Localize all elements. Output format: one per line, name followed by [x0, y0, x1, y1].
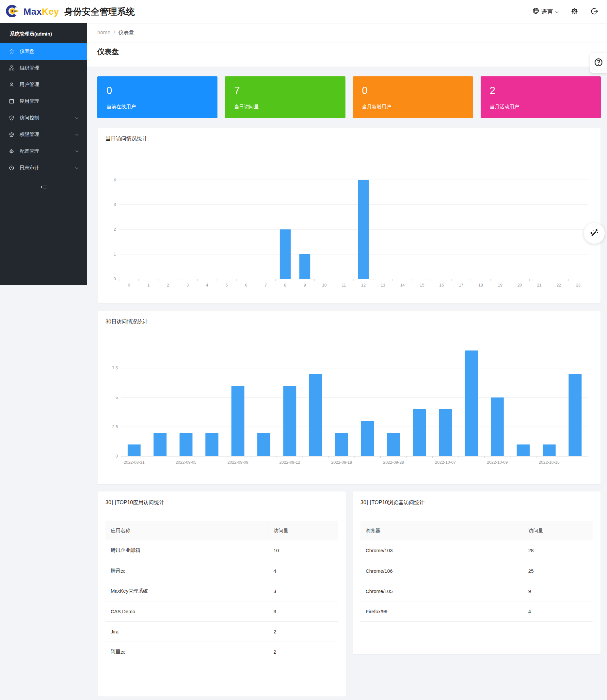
bar-chart-svg: 02.557.52022-08-312022-09-052022-09-0920… [105, 332, 593, 476]
table-row: Jira2 [105, 621, 338, 641]
stats-table: 浏览器访问量Chrome/10328Chrome/10625Chrome/105… [360, 521, 593, 622]
svg-text:2: 2 [113, 227, 116, 232]
svg-text:3: 3 [186, 283, 189, 287]
language-menu[interactable]: 语言 [532, 7, 559, 16]
table-cell-count: 10 [268, 541, 338, 561]
svg-text:5: 5 [116, 395, 118, 400]
table-cell-count: 28 [523, 541, 593, 561]
daily-visits-chart-card: 当日访问情况统计 0123401234567891011121314151617… [97, 127, 601, 304]
menu-fold-button[interactable] [0, 181, 87, 195]
svg-text:12: 12 [361, 283, 366, 287]
column-header: 访问量 [523, 521, 593, 541]
sidebar-item-label: 应用管理 [20, 98, 79, 105]
table-cell-count: 2 [268, 621, 338, 641]
monthly-visits-chart-card: 30日访问情况统计 02.557.52022-08-312022-09-0520… [97, 310, 601, 484]
language-label: 语言 [541, 8, 553, 16]
chart-title: 当日访问情况统计 [98, 128, 601, 149]
table-cell-name: Chrome/106 [360, 561, 523, 581]
table-row: CAS Demo3 [105, 601, 338, 621]
breadcrumb-home-link[interactable]: home [97, 30, 110, 36]
maxkey-logo-icon [5, 4, 20, 20]
monthly-visits-chart: 02.557.52022-08-312022-09-052022-09-0920… [98, 332, 601, 477]
chevron-down-icon [75, 167, 79, 169]
table-cell-name: CAS Demo [105, 601, 268, 621]
svg-text:4: 4 [113, 177, 116, 182]
chevron-down-icon [75, 117, 79, 119]
svg-text:2022-09-18: 2022-09-18 [331, 460, 352, 465]
sidebar-item-organization[interactable]: 组织管理 [0, 60, 87, 76]
svg-text:8: 8 [284, 283, 286, 287]
stat-value: 0 [106, 85, 217, 96]
table-row: 腾讯云4 [105, 561, 338, 581]
bar-chart-svg: 0123401234567891011121314151617181920212… [105, 149, 593, 300]
svg-text:4: 4 [206, 283, 208, 287]
stat-label: 当月活动用户 [490, 104, 601, 110]
svg-text:7: 7 [265, 283, 267, 287]
svg-text:18: 18 [478, 283, 483, 287]
app-title: 身份安全管理系统 [64, 6, 135, 18]
breadcrumb-current: 仪表盘 [118, 29, 134, 36]
sidebar-user-label: 系统管理员(admin) [0, 23, 87, 43]
svg-text:17: 17 [459, 283, 463, 287]
top10-apps-table: 应用名称访问量腾讯企业邮箱10腾讯云4MaxKey管理系统3CAS Demo3J… [98, 513, 346, 670]
chevron-down-icon [555, 8, 559, 15]
question-circle-icon [593, 58, 603, 68]
theme-wand-button[interactable] [584, 223, 605, 244]
tables-row: 30日TOP10应用访问统计 应用名称访问量腾讯企业邮箱10腾讯云4MaxKey… [97, 491, 601, 700]
column-header: 访问量 [268, 521, 338, 541]
svg-text:23: 23 [576, 283, 581, 287]
sidebar-item-permissions[interactable]: 权限管理 [0, 126, 87, 143]
menu-fold-icon [40, 183, 47, 192]
table-row: 阿里云2 [105, 641, 338, 662]
chart-title: 30日访问情况统计 [98, 311, 601, 332]
stats-row: 0当前在线用户7当日访问量0当月新增用户2当月活动用户 [97, 76, 601, 118]
table-cell-count: 4 [268, 561, 338, 581]
settings-button[interactable] [570, 7, 579, 16]
stat-value: 2 [490, 85, 601, 96]
stat-card-2: 0当月新增用户 [353, 76, 473, 118]
svg-text:0: 0 [128, 283, 130, 287]
svg-text:9: 9 [304, 283, 306, 287]
svg-text:6: 6 [245, 283, 247, 287]
svg-text:10: 10 [322, 283, 327, 287]
table-row: Chrome/10625 [360, 561, 593, 581]
table-cell-count: 2 [268, 641, 338, 662]
access-control-icon [8, 115, 15, 121]
daily-visits-chart: 0123401234567891011121314151617181920212… [98, 149, 601, 301]
svg-text:2022-08-31: 2022-08-31 [124, 460, 145, 465]
svg-text:0: 0 [116, 454, 118, 459]
svg-text:13: 13 [381, 283, 385, 287]
gear-icon [570, 7, 579, 16]
sidebar-item-access-control[interactable]: 访问控制 [0, 110, 87, 126]
svg-text:19: 19 [498, 283, 503, 287]
help-button[interactable] [590, 53, 607, 73]
configuration-icon [8, 148, 15, 154]
sidebar-item-audit-log[interactable]: 日志审计 [0, 159, 87, 176]
table-cell-name: Jira [105, 621, 268, 641]
sidebar-item-configuration[interactable]: 配置管理 [0, 143, 87, 159]
dashboard-icon [8, 48, 15, 54]
table-cell-count: 4 [523, 601, 593, 621]
svg-text:11: 11 [342, 283, 346, 287]
top10-browsers-table: 浏览器访问量Chrome/10328Chrome/10625Chrome/105… [353, 513, 601, 630]
sidebar-item-dashboard[interactable]: 仪表盘 [0, 43, 87, 60]
table-title: 30日TOP10应用访问统计 [98, 491, 346, 513]
svg-text:2022-09-09: 2022-09-09 [228, 460, 249, 465]
top10-browsers-table-card: 30日TOP10浏览器访问统计 浏览器访问量Chrome/10328Chrome… [352, 491, 601, 654]
breadcrumb: home / 仪表盘 [87, 23, 607, 42]
svg-text:22: 22 [557, 283, 561, 287]
sidebar-item-users[interactable]: 用户管理 [0, 76, 87, 93]
applications-icon [8, 98, 15, 105]
sidebar-item-applications[interactable]: 应用管理 [0, 93, 87, 110]
logout-button[interactable] [590, 7, 599, 16]
svg-text:2022-10-07: 2022-10-07 [435, 460, 456, 465]
svg-text:1: 1 [147, 283, 149, 287]
svg-text:2022-09-12: 2022-09-12 [279, 460, 300, 465]
sidebar-item-label: 权限管理 [20, 132, 75, 138]
table-row: Chrome/1059 [360, 581, 593, 601]
svg-text:0: 0 [113, 277, 116, 281]
table-cell-count: 25 [523, 561, 593, 581]
table-cell-name: 腾讯企业邮箱 [105, 541, 268, 561]
stat-label: 当日访问量 [234, 104, 345, 110]
app-header: MaxKey 身份安全管理系统 语言 [0, 0, 607, 23]
